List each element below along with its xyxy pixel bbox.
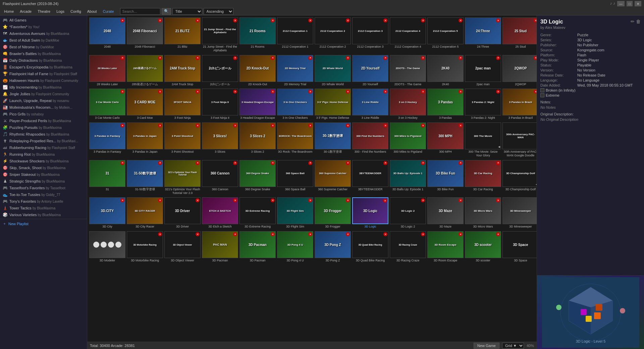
game-thumb-2pac[interactable]: 2pac man✕2pac man	[465, 55, 501, 87]
game-thumb-3-lil-pigs[interactable]: 3 li' Pigs: Home Defense✕3 li' Pigs: Hom…	[315, 89, 351, 120]
game-thumb-3d-championship[interactable]: 3D Championship Golf◀3D Championship Gol…	[502, 160, 537, 196]
broken-checkbox[interactable]	[540, 88, 544, 92]
sidebar-item-rubberburning[interactable]: 🏎 Rubberburning Racing by Flashpoint Sta…	[0, 144, 87, 151]
game-thumb-3d-maze[interactable]: 3D Maze✕3D Maze	[427, 197, 464, 229]
game-thumb-3byteenkoder[interactable]: 3BYTEENKODER✕3BYTEENKODER	[352, 160, 388, 196]
sidebar-item-tonys[interactable]: 🎮 Tony's Favorites by Antony Lavelle	[0, 198, 87, 205]
maximize-button[interactable]: □	[627, 1, 633, 6]
game-thumb-25-stud[interactable]: 25 Stud✕25 Stud	[502, 17, 537, 53]
sidebar-item-halloween[interactable]: 🎃 Halloween Haunts by Flashpoint Communi…	[0, 77, 87, 84]
game-thumb-2k40[interactable]: 2K40✕2K40	[427, 55, 464, 87]
sidebar-item-player-produced[interactable]: ⚔ Player-Produced Perils by BlueMaxima	[0, 117, 87, 124]
sidebar-item-flashpoint-hall[interactable]: 🏆 Flashpoint Hall of Fame by Flashpoint …	[0, 70, 87, 77]
game-thumb-3-car-monte[interactable]: 3 Car Monte Carlo✕3 Car Monte Carlo	[89, 89, 125, 120]
sidebar-item-rhythmic[interactable]: 🎵 Rhythmic Rhapsodies by BlueMaxima	[0, 131, 87, 138]
game-thumb-21-rooms[interactable]: 21 Rooms✕21 Rooms	[239, 17, 276, 53]
game-thumb-300-mph[interactable]: 300 MPH✕300 MPH	[427, 122, 464, 158]
game-thumb-3d-bike-fun[interactable]: 3D Bike Fun✕3D Bike Fun	[427, 160, 464, 196]
sort-select[interactable]: Title Date Added Series	[172, 8, 202, 15]
game-thumb-3d-quad-bike[interactable]: 3D Quad Bike Racing✕3D Quad Bike Racing	[352, 231, 388, 263]
game-thumb-3-pandas-night[interactable]: 3 Pandas 2: Night✕3 Pandas 2: Night	[465, 89, 501, 120]
game-thumb-321s[interactable]: 321's Optimize Your Flash Tutorial✕321's…	[164, 160, 201, 196]
game-thumb-3d-pong-z[interactable]: 3D Pong Z✕3D Pong Z	[315, 231, 351, 263]
game-thumb-31-50[interactable]: 31-50数字塗壌✕31-50数字塗壌	[127, 160, 163, 196]
game-thumb-21-blitz[interactable]: 21 BLITZ✕21 Blitz	[164, 17, 201, 53]
sidebar-item-strategic[interactable]: ♟ Strategic Strengths by BlueMaxima	[0, 178, 87, 185]
sidebar-item-all-games[interactable]: 🎮 All Games	[0, 17, 87, 23]
menu-arcade[interactable]: Arcade	[17, 9, 34, 14]
game-thumb-3d-racing-craze[interactable]: 3D Racing Craze✕3D Racing Craze	[390, 231, 426, 263]
close-button[interactable]: ✕	[635, 1, 641, 6]
game-thumb-360-snake[interactable]: 360 Degree Snake✕360 Degree Snake	[239, 160, 276, 196]
sidebar-item-tower-tactics[interactable]: 🗼 Tower Tactics by BlueMaxima	[0, 205, 87, 211]
game-thumb-2dots[interactable]: 2DOTS - The Game✕2DOTS - The Game	[390, 55, 426, 87]
sidebar-item-favorites[interactable]: ⭐ *Favorites* by You!	[0, 23, 87, 30]
game-thumb-3d-micro-wars[interactable]: 3D Micro Wars✕3D Micro Wars	[465, 197, 501, 229]
game-thumb-3-pandas-japan[interactable]: 3 Pandas in Japan✕3 Pandas in Japan	[127, 122, 163, 158]
game-thumb-2048-fibonacci[interactable]: 2048 Fibonacci✕2048 Fibonacci	[127, 17, 163, 53]
new-playlist-button[interactable]: ＋ New Playlist	[0, 220, 87, 228]
game-thumb-2112-4[interactable]: 2112 Cooperation 4✕2112 Cooperation 4	[390, 17, 426, 53]
sidebar-item-escapers[interactable]: 🚪 Escaper's Encyclopedia by BlueMaxima	[0, 64, 87, 70]
game-thumb-2ch[interactable]: 2chピンボール✕2chピンボール	[202, 55, 238, 87]
delete-button[interactable]: 🗑	[636, 19, 641, 24]
game-thumb-3d-pacman-1[interactable]: PAC MAN✕3D Pacman	[202, 231, 238, 263]
game-thumb-3d-pacman-2[interactable]: 3D Pacman✕3D Pacman	[239, 231, 276, 263]
sidebar-item-roleplaying[interactable]: 🗡 Roleplaying-Propelled Res... by BlueMa…	[0, 138, 87, 144]
game-thumb-2112-1[interactable]: 2112 Cooperation 1✕2112 Cooperation 1	[277, 17, 313, 53]
game-thumb-3d-object-viewer[interactable]: 3D Object Viewer✕3D Object Viewer	[164, 231, 201, 263]
game-thumb-3-pandas-fantasy[interactable]: 3 Pandas in Fantasy✕3 Pandas in Fantasy	[89, 122, 125, 158]
menu-logs[interactable]: Logs	[54, 9, 67, 14]
game-thumb-3d-motorbike[interactable]: 3D Motorbike Racing✕3D Motorbike Racing	[127, 231, 163, 263]
sidebar-item-pico-gr8s[interactable]: 🎮 Pico Gr8s by oshaboy	[0, 111, 87, 117]
sidebar-item-tasselfoot[interactable]: 🎮 Tasselfoot's Favorites by Tasselfoot	[0, 185, 87, 191]
game-thumb-3d-frogger[interactable]: 3D Frogger✕3D Frogger	[315, 197, 351, 229]
game-thumb-2112-2[interactable]: 2112 Cooperation 2✕2112 Cooperation 2	[315, 17, 351, 53]
view-mode-select[interactable]: Grid ▼ List	[502, 343, 524, 349]
game-thumb-3d-driver[interactable]: 3D Driver✕3D Driver	[164, 197, 201, 229]
sidebar-item-best-nitrome[interactable]: 🎯 Best of Nitrome by DarkMoe	[0, 44, 87, 50]
game-thumb-2d-knockout[interactable]: 2D Knock-Out✕2D Knock-Out	[239, 55, 276, 87]
game-thumb-2am[interactable]: 2AM Truck Stop✕2AM Truck Stop	[164, 55, 201, 87]
game-thumb-3d-balls[interactable]: 3D Balls Up: Episode 1✕3D Balls Up: Epis…	[390, 160, 426, 196]
game-thumb-3d-flight[interactable]: 3D Flight Sim✕3D Flight Sim	[277, 197, 313, 229]
game-thumb-3d-room-escape[interactable]: 3D Room Escape✕3D Room Escape	[427, 231, 464, 263]
sidebar-item-adventurous-avenues[interactable]: 🗺 Adventurous Avenues by BlueMaxima	[0, 30, 87, 37]
game-thumb-3-pandas[interactable]: 3 Pandas✕3 Pandas	[427, 89, 464, 120]
game-thumb-2d-whale[interactable]: 2D Whale World✕2D Whale World	[315, 55, 351, 87]
game-thumb-3-on-3-hockey[interactable]: 3 on 3 Hockey✕3 on 3 Hockey	[390, 89, 426, 120]
sidebar-item-sniper[interactable]: 🎯 Sniper Stakeout by BlueMaxima	[0, 171, 87, 178]
sidebar-item-idly-incrementing[interactable]: 📈 Idly Incrementing by BlueMaxima	[0, 84, 87, 91]
game-thumb-3-foot-ninja-2[interactable]: 3 Foot Ninja II✕3 Foot Ninja II	[202, 89, 238, 120]
game-thumb-3-line-riddle[interactable]: 3 Line Riddle✕3 Line Riddle	[352, 89, 388, 120]
game-thumb-24-three[interactable]: 24:Three✕24:Three	[465, 17, 501, 53]
game-thumb-360-space-ball[interactable]: 360 Space Ball✕360 Space Ball	[277, 160, 313, 196]
game-thumb-2d-yourself[interactable]: 2D Yourself✕2D Yourself	[352, 55, 388, 87]
game-thumb-2112-3[interactable]: 2112 Cooperation 3✕2112 Cooperation 3	[352, 17, 388, 53]
game-thumb-3-in-one[interactable]: 3 In One Checkers✕3 In One Checkers	[277, 89, 313, 120]
new-game-button[interactable]: New Game	[474, 343, 499, 349]
game-thumb-3d-logic-2[interactable]: 3D Logic 2✕3D Logic 2	[390, 197, 426, 229]
game-thumb-300-miles[interactable]: 300 Miles to Pigsland✕300 Miles to Pigsl…	[390, 122, 426, 158]
game-thumb-30rock[interactable]: 3OROCK: The Boardroom✕3O Rock: The Board…	[277, 122, 313, 158]
game-thumb-2d-memory[interactable]: 2D Memory Trial✕2D Memory Trial	[277, 55, 313, 87]
sidebar-item-toe-tussles[interactable]: 👟 Toe-to-Toe Tussles by Giddy_77	[0, 191, 87, 198]
game-thumb-3-card-moe[interactable]: 3 CARD MOE✕3 Card Moe	[127, 89, 163, 120]
game-thumb-3-pandas-brazil[interactable]: 3 Pandas in Brazil✕3 Pandas in Brazil	[502, 89, 537, 120]
game-thumb-300-movie[interactable]: 300 The Movie◀300 The Movie: Seize Your …	[465, 122, 501, 158]
game-thumb-3-foot-ninja[interactable]: 3FOOT NINJA✕3 Foot Ninja	[164, 89, 201, 120]
sidebar-item-skip-smack[interactable]: 🎯 Skip, Smack, Shoot by BlueMaxima	[0, 164, 87, 171]
game-thumb-3d-car-racing[interactable]: 3D Car Racing✕3D Car Racing	[465, 160, 501, 196]
game-thumb-3d-space[interactable]: 3D Space3D Space	[502, 231, 537, 263]
game-thumb-3d-extreme[interactable]: 3D Extreme Racing✕3D Extreme Racing	[239, 197, 276, 229]
menu-config[interactable]: Config	[68, 9, 84, 14]
game-thumb-28-weeks[interactable]: 28 Weeks Later✕28 Weeks Later	[89, 55, 125, 87]
sidebar-item-molleindustria[interactable]: 🏭 Molleindustria's Recomm... by Mollein.…	[0, 104, 87, 111]
sidebar-item-brawlers-battles[interactable]: 👊 Brawler's Battles by BlueMaxima	[0, 50, 87, 57]
minimize-button[interactable]: —	[617, 1, 625, 6]
edit-button[interactable]: ✏	[631, 19, 635, 24]
sidebar-item-jingle-jollies[interactable]: 🔔 Jingle Jollies by Flashpoint Community	[0, 91, 87, 97]
game-thumb-3d-logic[interactable]: 3D Logic✕3D Logic	[352, 197, 388, 229]
game-thumb-3d-etch[interactable]: ETCH A SKETCH✕3D Etch a Sketch	[202, 197, 238, 229]
menu-curate[interactable]: Curate	[100, 9, 117, 14]
